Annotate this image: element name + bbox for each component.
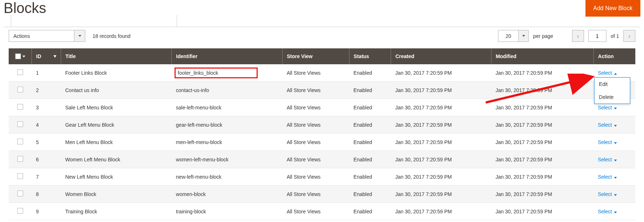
cell-identifier: footer_links_block (172, 64, 282, 82)
chevron-down-icon (614, 194, 617, 196)
cell-identifier: women-left-menu-block (172, 151, 282, 168)
identifier-highlight: footer_links_block (175, 68, 258, 78)
cell-modified: Jan 30, 2017 7:20:59 PM (491, 82, 593, 99)
row-action-select[interactable]: Select (598, 174, 617, 180)
cell-created: Jan 30, 2017 7:20:59 PM (391, 151, 491, 168)
per-page-toggle[interactable] (518, 30, 528, 42)
grid-toolbar: Actions 18 records found 20 per page ‹ o… (4, 27, 640, 45)
mass-actions-select[interactable]: Actions (9, 30, 85, 42)
per-page-select[interactable]: 20 (498, 30, 529, 42)
column-header-id[interactable]: ID (32, 48, 61, 64)
cell-modified: Jan 30, 2017 7:20:59 PM (491, 134, 593, 151)
column-header-store-view[interactable]: Store View (282, 48, 349, 64)
page-number-input[interactable] (588, 30, 606, 42)
cell-identifier: women-block (172, 186, 282, 203)
filter-bar-fragment (11, 15, 177, 27)
cell-title: Sale Left Menu Block (61, 99, 171, 116)
row-checkbox[interactable] (17, 87, 23, 92)
column-header-status[interactable]: Status (349, 48, 391, 64)
add-new-block-button[interactable]: Add New Block (585, 0, 641, 17)
cell-status: Enabled (349, 186, 391, 203)
cell-modified: Jan 30, 2017 7:20:59 PM (491, 64, 593, 82)
row-checkbox[interactable] (17, 104, 23, 110)
cell-store-view: All Store Views (282, 168, 349, 186)
row-checkbox[interactable] (17, 173, 23, 179)
cell-store-view: All Store Views (282, 134, 349, 151)
table-row[interactable]: 4Gear Left Menu Blockgear-left-menu-bloc… (9, 116, 635, 134)
row-action-select[interactable]: Select (598, 157, 617, 162)
cell-identifier: sale-left-menu-block (172, 99, 282, 116)
row-action-select[interactable]: Select (598, 139, 617, 145)
table-row[interactable]: 7New Left Menu Blocknew-left-menu-blockA… (9, 168, 635, 186)
cell-action: Select (593, 186, 635, 203)
cell-store-view: All Store Views (282, 186, 349, 203)
column-header-checkbox[interactable] (9, 48, 32, 64)
table-row[interactable]: 3Sale Left Menu Blocksale-left-menu-bloc… (9, 99, 635, 116)
row-checkbox[interactable] (17, 191, 23, 196)
cell-identifier: new-left-menu-block (172, 168, 282, 186)
row-checkbox[interactable] (17, 156, 23, 162)
cell-identifier: gear-left-menu-block (172, 116, 282, 134)
cell-title: Men Left Menu Block (61, 134, 171, 151)
cell-title: Training Block (61, 203, 171, 220)
sort-desc-icon (53, 55, 56, 58)
cell-modified: Jan 30, 2017 7:20:59 PM (491, 116, 593, 134)
cell-modified: Jan 30, 2017 7:20:59 PM (491, 151, 593, 168)
table-row[interactable]: 1Footer Links Blockfooter_links_blockAll… (9, 64, 635, 82)
row-checkbox[interactable] (17, 69, 23, 75)
cell-id: 9 (32, 203, 61, 220)
row-checkbox[interactable] (17, 139, 23, 144)
cell-title: Footer Links Block (61, 64, 171, 82)
page-of-label: of 1 (611, 33, 619, 39)
page-title: Blocks (4, 0, 46, 16)
cell-id: 4 (32, 116, 61, 134)
row-action-delete[interactable]: Delete (594, 91, 630, 104)
cell-modified: Jan 30, 2017 7:20:59 PM (491, 168, 593, 186)
row-action-select[interactable]: Select (598, 70, 617, 76)
row-checkbox[interactable] (17, 208, 23, 214)
table-row[interactable]: 6Women Left Menu Blockwomen-left-menu-bl… (9, 151, 635, 168)
per-page-value: 20 (498, 30, 518, 42)
cell-action: Select (593, 168, 635, 186)
cell-id: 1 (32, 64, 61, 82)
mass-actions-label: Actions (9, 30, 74, 42)
row-action-select[interactable]: Select (598, 191, 617, 197)
next-page-button[interactable]: › (623, 30, 635, 42)
row-action-select[interactable]: Select (598, 105, 617, 110)
cell-created: Jan 30, 2017 7:20:59 PM (391, 134, 491, 151)
cell-created: Jan 30, 2017 7:20:59 PM (391, 82, 491, 99)
cell-created: Jan 30, 2017 7:20:59 PM (391, 203, 491, 220)
cell-created: Jan 30, 2017 7:20:59 PM (391, 99, 491, 116)
column-header-identifier[interactable]: Identifier (172, 48, 282, 64)
prev-page-button[interactable]: ‹ (572, 30, 584, 42)
column-header-created[interactable]: Created (391, 48, 491, 64)
table-row[interactable]: 8Women Blockwomen-blockAll Store ViewsEn… (9, 186, 635, 203)
mass-actions-toggle[interactable] (74, 30, 85, 42)
chevron-down-icon (614, 108, 617, 109)
cell-store-view: All Store Views (282, 99, 349, 116)
cell-status: Enabled (349, 203, 391, 220)
chevron-left-icon: ‹ (577, 33, 579, 39)
chevron-up-icon (614, 73, 617, 75)
cell-store-view: All Store Views (282, 203, 349, 220)
table-row[interactable]: 5Men Left Menu Blockmen-left-menu-blockA… (9, 134, 635, 151)
table-row[interactable]: 9Training Blocktraining-blockAll Store V… (9, 203, 635, 220)
row-action-edit[interactable]: Edit (594, 78, 630, 91)
cell-store-view: All Store Views (282, 151, 349, 168)
chevron-down-icon (614, 125, 617, 127)
row-action-select[interactable]: Select (598, 209, 617, 214)
column-header-modified[interactable]: Modified (491, 48, 593, 64)
cell-title: Women Block (61, 186, 171, 203)
column-header-action: Action (593, 48, 635, 64)
row-action-select[interactable]: Select (598, 122, 617, 128)
table-row[interactable]: 2Contact us infocontact-us-infoAll Store… (9, 82, 635, 99)
cell-status: Enabled (349, 134, 391, 151)
records-found-label: 18 records found (93, 33, 130, 39)
cell-store-view: All Store Views (282, 64, 349, 82)
chevron-right-icon: › (628, 33, 631, 39)
row-checkbox[interactable] (17, 121, 23, 127)
column-header-title[interactable]: Title (61, 48, 171, 64)
chevron-down-icon (614, 212, 617, 213)
cell-identifier: men-left-menu-block (172, 134, 282, 151)
select-all-checkbox[interactable] (15, 53, 21, 59)
